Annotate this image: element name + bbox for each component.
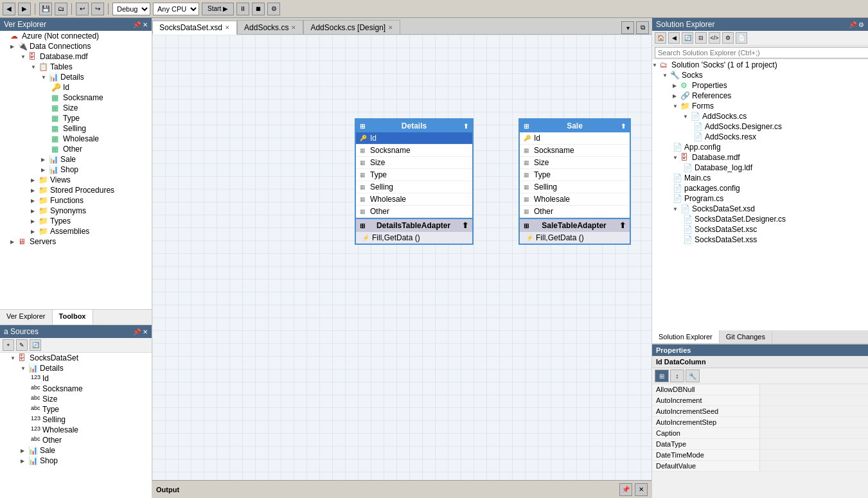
tab-area-menu-btn[interactable]: ▾ (621, 21, 634, 34)
data-connections-node[interactable]: ▶ 🔌 Data Connections (0, 41, 152, 51)
views-node[interactable]: ▶ 📁 Views (0, 175, 152, 185)
tab-addsocks-cs[interactable]: AddSocks.cs ✕ (237, 20, 303, 34)
se-solution[interactable]: ▼ 🗂 Solution 'Socks' (1 of 1 project) (652, 60, 868, 70)
synonyms-node[interactable]: ▶ 📁 Synonyms (0, 206, 152, 216)
sale-row-wholesale[interactable]: ▦ Wholesale (520, 193, 630, 206)
se-sds-xss[interactable]: 📄 SocksDataSet.xss (652, 235, 868, 245)
field-other[interactable]: ▦ Other (0, 144, 152, 154)
pause-btn[interactable]: ⏸ (236, 3, 249, 15)
se-addsocks-designer[interactable]: 📄 AddSocks.Designer.cs (652, 121, 868, 132)
ds-type[interactable]: abc Type (0, 404, 152, 414)
sale-adapter-method[interactable]: ⚡ Fill,GetData () (520, 232, 630, 244)
ds-pin-btn[interactable]: 📌 (133, 328, 141, 335)
se-properties[interactable]: ▶ ⚙ Properties (652, 80, 868, 91)
ds-wholesale[interactable]: 123 Wholesale (0, 425, 152, 435)
ds-sale[interactable]: ▶ 📊 Sale (0, 445, 152, 456)
ds-other[interactable]: abc Other (0, 435, 152, 445)
details-row-type[interactable]: ▦ Type (356, 169, 472, 181)
se-forms[interactable]: ▼ 📁 Forms (652, 101, 868, 111)
se-new-btn[interactable]: 📄 (736, 32, 747, 44)
se-main-cs[interactable]: 📄 Main.cs (652, 173, 868, 183)
se-addsocks[interactable]: ▼ 📄 AddSocks.cs (652, 111, 868, 121)
details-table-header[interactable]: ⊞ Details ⬆ (356, 120, 472, 132)
se-filter-btn[interactable]: ⊟ (695, 32, 707, 44)
prop-value-defaultvalue[interactable] (760, 461, 868, 471)
types-node[interactable]: ▶ 📁 Types (0, 216, 152, 226)
prop-value-datatype[interactable] (760, 439, 868, 449)
details-node[interactable]: ▼ 📊 Details (0, 72, 152, 82)
ds-close-btn[interactable]: ✕ (143, 328, 148, 335)
servers-node[interactable]: ▶ 🖥 Servers (0, 236, 152, 247)
details-row-other[interactable]: ▦ Other (356, 206, 472, 218)
se-settings2-btn[interactable]: ⚙ (722, 32, 734, 44)
props-categorized-btn[interactable]: ⊞ (655, 369, 669, 382)
sale-node[interactable]: ▶ 📊 Sale (0, 154, 152, 165)
tab-addsocks-design[interactable]: AddSocks.cs [Design] ✕ (303, 20, 400, 34)
right-tab-git[interactable]: Git Changes (720, 330, 772, 343)
designer-canvas[interactable]: ⊞ Details ⬆ 🔑 Id ▦ Socksname ▦ Size ▦ (152, 35, 651, 480)
sale-row-other[interactable]: ▦ Other (520, 206, 630, 218)
se-references[interactable]: ▶ 🔗 References (652, 91, 868, 101)
azure-node[interactable]: ☁ Azure (Not connected) (0, 31, 152, 41)
se-program-cs[interactable]: 📄 Program.cs (652, 193, 868, 204)
field-wholesale[interactable]: ▦ Wholesale (0, 134, 152, 144)
ds-socksdataset[interactable]: ▼ 🗄 SocksDataSet (0, 353, 152, 363)
save-btn[interactable]: 💾 (39, 3, 52, 15)
stored-procedures-node[interactable]: ▶ 📁 Stored Procedures (0, 185, 152, 195)
sale-row-socksname[interactable]: ▦ Socksname (520, 145, 630, 157)
stop-btn[interactable]: ⏹ (252, 3, 265, 15)
se-packages[interactable]: 📄 packages.config (652, 183, 868, 193)
tab-addsocks-cs-close[interactable]: ✕ (291, 24, 296, 31)
prop-value-autoincrement-seed[interactable] (760, 406, 868, 416)
details-row-wholesale[interactable]: ▦ Wholesale (356, 193, 472, 206)
details-row-socksname[interactable]: ▦ Socksname (356, 145, 472, 157)
tab-ver-explorer[interactable]: Ver Explorer (0, 310, 53, 325)
ds-id[interactable]: 123 Id (0, 373, 152, 384)
prop-value-autoincrement-step[interactable] (760, 417, 868, 427)
details-collapse-btn[interactable]: ⬆ (463, 123, 468, 130)
assemblies-node[interactable]: ▶ 📁 Assemblies (0, 226, 152, 236)
tables-node[interactable]: ▼ 📋 Tables (0, 62, 152, 72)
field-id[interactable]: 🔑 Id (0, 82, 152, 93)
tab-socksdataset[interactable]: SocksDataSet.xsd ✕ (152, 21, 237, 35)
details-row-id[interactable]: 🔑 Id (356, 132, 472, 145)
se-pin-btn[interactable]: 📌 (849, 21, 856, 28)
se-database-ldf[interactable]: 📄 Database_log.ldf (652, 163, 868, 173)
se-back-btn[interactable]: ◀ (668, 32, 680, 44)
details-row-selling[interactable]: ▦ Selling (356, 181, 472, 193)
redo-btn[interactable]: ↪ (91, 3, 104, 15)
se-appconfig[interactable]: 📄 App.config (652, 142, 868, 152)
prop-value-autoincrement[interactable] (760, 395, 868, 405)
right-tab-se[interactable]: Solution Explorer (652, 330, 720, 343)
ds-shop[interactable]: ▶ 📊 Shop (0, 456, 152, 466)
field-size[interactable]: ▦ Size (0, 103, 152, 113)
field-type[interactable]: ▦ Type (0, 113, 152, 123)
cpu-select[interactable]: Any CPU (153, 3, 199, 15)
sale-row-selling[interactable]: ▦ Selling (520, 181, 630, 193)
functions-node[interactable]: ▶ 📁 Functions (0, 195, 152, 206)
sale-collapse-btn[interactable]: ⬆ (621, 123, 626, 130)
back-btn[interactable]: ◀ (3, 3, 15, 15)
sale-row-id[interactable]: 🔑 Id (520, 132, 630, 145)
ds-socksname[interactable]: abc Socksname (0, 384, 152, 394)
ds-selling[interactable]: 123 Selling (0, 414, 152, 425)
sale-table-header[interactable]: ⊞ Sale ⬆ (520, 120, 630, 132)
sale-adapter-header[interactable]: ⊞ SaleTableAdapter ⬆ (520, 219, 630, 232)
se-settings-btn[interactable]: ⚙ (858, 21, 864, 28)
ds-btn1[interactable]: + (3, 339, 14, 351)
ds-btn2[interactable]: ✎ (16, 339, 28, 351)
props-property-btn[interactable]: 🔧 (686, 369, 700, 382)
pin-btn[interactable]: 📌 (133, 21, 141, 28)
sale-row-type[interactable]: ▦ Type (520, 169, 630, 181)
settings-btn[interactable]: ⚙ (267, 3, 280, 15)
se-code-btn[interactable]: </> (709, 32, 720, 44)
tab-addsocks-design-close[interactable]: ✕ (388, 24, 393, 31)
se-addsocks-resx[interactable]: 📄 AddSocks.resx (652, 132, 868, 142)
undo-btn[interactable]: ↩ (76, 3, 89, 15)
tab-socksdataset-close[interactable]: ✕ (225, 24, 230, 31)
prop-value-caption[interactable] (760, 428, 868, 438)
ds-size[interactable]: abc Size (0, 394, 152, 404)
se-home-btn[interactable]: 🏠 (655, 32, 666, 44)
field-selling[interactable]: ▦ Selling (0, 123, 152, 134)
details-adapter-method[interactable]: ⚡ Fill,GetData () (356, 232, 472, 244)
